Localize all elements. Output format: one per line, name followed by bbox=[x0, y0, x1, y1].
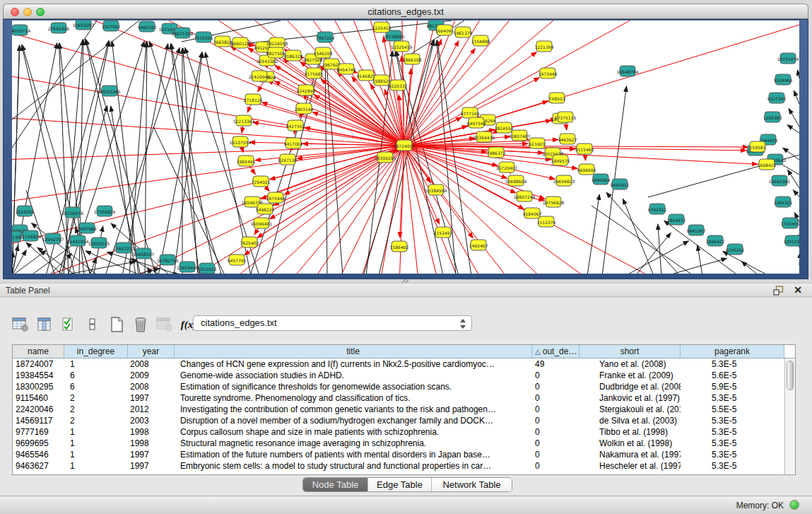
table-cell[interactable]: 9699695 bbox=[13, 438, 64, 449]
column-header-name[interactable]: name bbox=[13, 345, 64, 358]
table-row[interactable]: 1872400712008Changes of HCN gene express… bbox=[13, 358, 784, 370]
graph-node-yellow[interactable]: 13325419 bbox=[391, 41, 413, 52]
graph-node-yellow[interactable]: 22420046 bbox=[249, 71, 271, 81]
graph-node-yellow[interactable]: 9699695 bbox=[577, 164, 596, 175]
graph-node-yellow[interactable]: 1186402 bbox=[390, 241, 409, 252]
table-row[interactable]: 911546021997Tourette syndrome. Phenomeno… bbox=[13, 392, 784, 404]
graph-node-yellow[interactable]: 621601 bbox=[529, 138, 546, 148]
graph-node-yellow[interactable]: 9827509 bbox=[266, 47, 286, 58]
graph-node-yellow[interactable]: 7986372 bbox=[487, 147, 506, 158]
graph-node-yellow[interactable]: 18226058 bbox=[266, 37, 288, 48]
table-cell[interactable]: 9115460 bbox=[13, 392, 64, 404]
graph-node-yellow[interactable]: 1961379 bbox=[454, 27, 473, 37]
delete-table-button[interactable] bbox=[129, 315, 153, 334]
graph-node-yellow[interactable]: 8427552 bbox=[286, 120, 305, 131]
graph-node-yellow[interactable]: 9184067 bbox=[523, 208, 542, 218]
graph-node-yellow[interactable]: 9115460 bbox=[575, 144, 594, 154]
scrollbar-thumb[interactable] bbox=[787, 361, 794, 390]
tab-node-table[interactable]: Node Table bbox=[303, 478, 368, 491]
graph-node-yellow[interactable]: 18300295 bbox=[375, 152, 396, 163]
graph-node-teal[interactable]: 2616052 bbox=[16, 206, 35, 216]
graph-node-teal[interactable]: 6791912 bbox=[648, 204, 667, 214]
graph-node-teal[interactable]: 13505115 bbox=[88, 238, 110, 248]
table-cell[interactable]: 1 bbox=[64, 460, 128, 472]
show-columns-button[interactable] bbox=[33, 315, 57, 334]
table-cell[interactable]: Franke et al. (2009) bbox=[579, 370, 681, 381]
graph-node-teal[interactable]: 12923448 bbox=[177, 262, 199, 272]
graph-node-yellow[interactable]: 1112074 bbox=[537, 216, 556, 227]
table-cell[interactable]: 5.3E-5 bbox=[681, 358, 784, 370]
table-cell[interactable]: 0 bbox=[532, 381, 579, 392]
graph-node-yellow[interactable]: 2718126 bbox=[244, 94, 263, 105]
graph-node-yellow[interactable]: 1153457 bbox=[434, 227, 453, 238]
graph-node-yellow[interactable]: 9417004 bbox=[284, 138, 303, 148]
graph-node-teal[interactable]: 9097588 bbox=[78, 223, 97, 233]
graph-node-teal[interactable]: 11156829 bbox=[20, 230, 42, 241]
graph-node-teal[interactable]: 16782759 bbox=[157, 255, 179, 265]
table-cell[interactable]: 5.5E-5 bbox=[681, 404, 784, 415]
table-cell[interactable]: 5.3E-5 bbox=[681, 426, 784, 438]
graph-node-yellow[interactable]: 16720407 bbox=[496, 162, 518, 173]
graph-node-yellow[interactable]: 1225419 bbox=[372, 22, 392, 33]
table-vertical-scrollbar[interactable] bbox=[784, 358, 795, 474]
graph-node-teal[interactable]: 20553346 bbox=[99, 86, 121, 96]
table-cell[interactable]: 0 bbox=[532, 438, 579, 449]
table-row[interactable]: 2242004622012Investigating the contribut… bbox=[13, 404, 784, 415]
table-cell[interactable]: 0 bbox=[532, 392, 579, 404]
graph-node-yellow[interactable]: 9463627 bbox=[558, 134, 577, 144]
table-cell[interactable]: 5.3E-5 bbox=[681, 438, 784, 449]
table-cell[interactable]: 1 bbox=[64, 426, 128, 438]
table-cell[interactable]: 2012 bbox=[128, 404, 175, 415]
column-header-short[interactable]: short bbox=[579, 345, 681, 358]
graph-node-yellow[interactable]: 10807487 bbox=[509, 130, 531, 141]
graph-node-teal[interactable]: 9841067 bbox=[687, 225, 706, 235]
table-cell[interactable]: de Silva et al. (2003) bbox=[579, 415, 681, 426]
table-cell[interactable]: 0 bbox=[532, 415, 579, 426]
table-cell[interactable]: 2003 bbox=[128, 415, 175, 426]
table-cell[interactable]: 2008 bbox=[128, 358, 175, 370]
table-cell[interactable]: Corpus callosum shape and size in male p… bbox=[175, 426, 532, 438]
graph-node-teal[interactable]: 9466160 bbox=[138, 21, 157, 32]
tab-edge-table[interactable]: Edge Table bbox=[368, 478, 432, 491]
table-cell[interactable]: 0 bbox=[532, 370, 579, 381]
tab-network-table[interactable]: Network Table bbox=[432, 478, 512, 491]
graph-node-teal[interactable]: 16648784 bbox=[617, 66, 639, 76]
graph-node-yellow[interactable]: 6497548 bbox=[467, 117, 486, 128]
graph-node-yellow[interactable]: 9457791 bbox=[228, 255, 247, 265]
graph-node-yellow[interactable]: 10688609 bbox=[505, 175, 527, 186]
graph-node-yellow[interactable]: 8267130 bbox=[278, 154, 298, 165]
table-row[interactable]: 1830029562008Estimation of significance … bbox=[13, 381, 784, 392]
graph-node-teal[interactable]: 15751074 bbox=[777, 53, 799, 64]
table-cell[interactable]: 1998 bbox=[128, 426, 175, 438]
table-cell[interactable]: 49 bbox=[532, 358, 579, 370]
network-file-select[interactable]: citations_edges.txt bbox=[193, 315, 472, 331]
graph-node-yellow[interactable]: 16099481 bbox=[251, 218, 273, 228]
table-cell[interactable]: 1 bbox=[64, 358, 128, 370]
float-panel-icon[interactable] bbox=[773, 286, 784, 296]
table-cell[interactable]: 5.6E-5 bbox=[681, 370, 784, 381]
table-cell[interactable]: 0 bbox=[532, 460, 579, 472]
graph-node-yellow[interactable]: 1154898 bbox=[471, 35, 490, 46]
graph-node-yellow[interactable]: 1608425 bbox=[758, 159, 777, 170]
table-cell[interactable]: 5.3E-5 bbox=[681, 392, 784, 404]
graph-node-teal[interactable]: 1201035 bbox=[784, 235, 799, 246]
table-row[interactable]: 1456911722003Disruption of a novel membe… bbox=[13, 415, 784, 426]
table-row[interactable]: 946362711997Embryonic stem cells: a mode… bbox=[13, 460, 784, 472]
table-cell[interactable]: Estimation of the future numbers of pati… bbox=[175, 449, 532, 460]
graph-node-teal[interactable]: 17957223 bbox=[113, 243, 135, 253]
graph-node-yellow[interactable]: 2803144 bbox=[295, 103, 314, 114]
table-cell[interactable]: 18724007 bbox=[13, 358, 64, 370]
graph-node-yellow[interactable]: 9242848 bbox=[297, 85, 316, 95]
table-cell[interactable]: Tibbo et al. (1998) bbox=[579, 426, 681, 438]
graph-node-teal[interactable]: 9227342 bbox=[767, 93, 787, 103]
graph-node-teal[interactable]: 1095422 bbox=[706, 235, 725, 246]
table-cell[interactable]: Genome-wide association studies in ADHD. bbox=[175, 370, 532, 381]
graph-node-teal[interactable]: 1854972 bbox=[667, 214, 686, 225]
graph-node-teal[interactable]: 27691406 bbox=[48, 23, 70, 33]
new-table-button[interactable] bbox=[105, 315, 129, 334]
column-header-in_degree[interactable]: in_degree bbox=[64, 345, 128, 358]
network-graph-canvas[interactable]: 1872400714055714276914061065328715276029… bbox=[12, 21, 799, 274]
graph-node-yellow[interactable]: 7625402 bbox=[240, 237, 259, 247]
graph-node-yellow[interactable]: 18724007 bbox=[394, 140, 416, 151]
table-cell[interactable]: 5.9E-5 bbox=[681, 381, 784, 392]
